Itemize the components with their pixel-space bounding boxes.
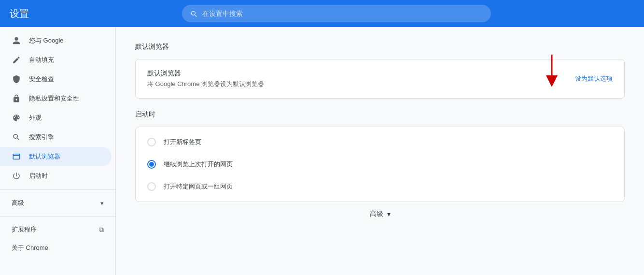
default-browser-card-title: 默认浏览器 [147,69,264,78]
startup-specific-label: 打开特定网页或一组网页 [164,182,233,191]
startup-new-tab-label: 打开新标签页 [164,138,201,146]
card-info: 默认浏览器 将 Google Chrome 浏览器设为默认浏览器 [147,69,264,88]
dropdown-arrow-icon: ▾ [387,210,391,218]
startup-option-continue[interactable]: 继续浏览上次打开的网页 [136,153,624,175]
advanced-label: 高级 [370,210,383,218]
advanced-row[interactable]: 高级 ▾ [135,210,625,218]
default-browser-section-title: 默认浏览器 [135,43,625,51]
sidebar-label-security: 安全检查 [29,75,54,84]
sidebar-advanced-label: 高级 [12,199,24,207]
sidebar: 您与 Google 自动填充 安全检查 隐私设置和安全性 外观 [0,27,116,275]
about-chrome-label: 关于 Chrome [12,244,48,252]
sidebar-label-browser: 默认浏览器 [29,152,60,161]
sidebar-item-browser[interactable]: 默认浏览器 [0,147,112,166]
browser-icon [12,152,21,161]
search-engine-icon [12,132,21,142]
startup-continue-label: 继续浏览上次打开的网页 [164,160,233,169]
sidebar-label-search: 搜索引擎 [29,133,54,142]
search-icon [190,10,197,17]
sidebar-label-privacy: 隐私设置和安全性 [29,94,79,103]
person-icon [12,36,21,45]
sidebar-item-appearance[interactable]: 外观 [0,108,112,128]
radio-continue[interactable] [147,160,156,169]
external-link-icon: ⧉ [99,226,104,234]
sidebar-about-chrome[interactable]: 关于 Chrome [0,239,115,257]
palette-icon [12,113,21,123]
startup-section: 启动时 打开新标签页 继续浏览上次打开的网页 打开特定网页或一组网页 [135,110,625,202]
sidebar-label-google: 您与 Google [29,36,64,45]
sidebar-item-privacy[interactable]: 隐私设置和安全性 [0,89,112,108]
sidebar-label-autofill: 自动填充 [29,56,54,64]
lock-icon [12,94,21,103]
autofill-icon [12,55,21,65]
search-input[interactable] [202,10,483,17]
sidebar-item-startup[interactable]: 启动时 [0,166,112,186]
sidebar-item-security[interactable]: 安全检查 [0,70,112,89]
radio-specific[interactable] [147,182,156,191]
card-header: 默认浏览器 将 Google Chrome 浏览器设为默认浏览器 设为默认选项 [147,69,613,88]
radio-new-tab[interactable] [147,138,156,146]
search-bar[interactable] [182,5,491,22]
content-area: 默认浏览器 默认浏览器 将 Google Chrome 浏览器设为默认浏览器 设… [116,27,644,275]
startup-option-specific[interactable]: 打开特定网页或一组网页 [136,175,624,198]
default-browser-card: 默认浏览器 将 Google Chrome 浏览器设为默认浏览器 设为默认选项 [135,59,625,99]
chevron-down-icon: ▾ [100,200,104,207]
shield-icon [12,74,21,84]
default-browser-card-desc: 将 Google Chrome 浏览器设为默认浏览器 [147,80,264,88]
sidebar-divider-2 [0,216,115,217]
startup-section-title: 启动时 [135,110,625,119]
header: 设置 [0,0,644,27]
set-default-link[interactable]: 设为默认选项 [575,74,613,83]
startup-option-new-tab[interactable]: 打开新标签页 [136,131,624,153]
sidebar-item-search[interactable]: 搜索引擎 [0,128,112,147]
sidebar-divider [0,189,115,190]
power-icon [12,171,21,181]
page-title: 设置 [10,7,29,20]
sidebar-advanced[interactable]: 高级 ▾ [0,194,115,212]
sidebar-label-startup: 启动时 [29,172,48,180]
main-layout: 您与 Google 自动填充 安全检查 隐私设置和安全性 外观 [0,27,644,275]
sidebar-label-appearance: 外观 [29,114,42,122]
startup-options-card: 打开新标签页 继续浏览上次打开的网页 打开特定网页或一组网页 [135,127,625,202]
sidebar-item-autofill[interactable]: 自动填充 [0,50,112,70]
extensions-label: 扩展程序 [12,225,37,234]
sidebar-item-google[interactable]: 您与 Google [0,31,112,50]
sidebar-extensions[interactable]: 扩展程序 ⧉ [0,220,115,239]
